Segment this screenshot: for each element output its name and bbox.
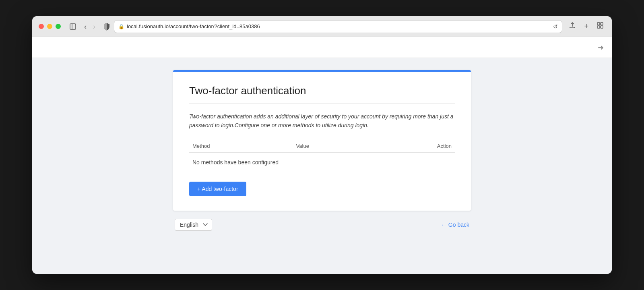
new-tab-icon[interactable]: + bbox=[582, 21, 590, 32]
share-icon[interactable] bbox=[567, 20, 578, 33]
card-body: Two-factor authentication Two-factor aut… bbox=[173, 72, 471, 211]
reload-icon[interactable]: ↺ bbox=[553, 23, 558, 30]
svg-rect-4 bbox=[597, 26, 600, 28]
two-factor-card: Two-factor authentication Two-factor aut… bbox=[173, 70, 471, 211]
footer: English French Spanish German ← Go back bbox=[173, 219, 471, 231]
address-bar-wrapper: 🔒 local.fusionauth.io/account/two-factor… bbox=[103, 20, 562, 33]
back-nav-button[interactable]: ‹ bbox=[82, 21, 89, 32]
svg-rect-0 bbox=[70, 24, 76, 29]
maximize-button[interactable] bbox=[56, 24, 61, 29]
svg-rect-3 bbox=[601, 23, 603, 25]
go-back-link[interactable]: ← Go back bbox=[441, 222, 469, 228]
svg-rect-2 bbox=[597, 23, 600, 25]
browser-content: ➜ Two-factor authentication Two-factor a… bbox=[32, 37, 612, 274]
logout-icon[interactable]: ➜ bbox=[598, 43, 604, 52]
card-divider bbox=[189, 104, 455, 104]
minimize-button[interactable] bbox=[47, 24, 52, 29]
toolbar-right: + bbox=[567, 20, 605, 33]
add-two-factor-button[interactable]: + Add two-factor bbox=[189, 182, 246, 196]
language-select[interactable]: English French Spanish German bbox=[175, 219, 212, 231]
svg-rect-5 bbox=[601, 26, 603, 28]
title-bar: ‹ › 🔒 local.fusionauth.io/account/two-fa… bbox=[32, 16, 612, 37]
col-value-header: Value bbox=[296, 143, 400, 149]
nav-buttons: ‹ › bbox=[82, 21, 98, 32]
traffic-lights bbox=[39, 24, 61, 29]
col-method-header: Method bbox=[192, 143, 296, 149]
col-action-header: Action bbox=[400, 143, 452, 149]
arrow-left-icon: ← bbox=[441, 222, 447, 228]
card-title: Two-factor authentication bbox=[189, 85, 455, 97]
browser-shield-icon bbox=[103, 23, 111, 31]
go-back-label: Go back bbox=[448, 222, 469, 228]
browser-window: ‹ › 🔒 local.fusionauth.io/account/two-fa… bbox=[32, 16, 612, 274]
lock-icon: 🔒 bbox=[118, 24, 124, 29]
forward-nav-button[interactable]: › bbox=[91, 21, 98, 32]
address-bar[interactable]: 🔒 local.fusionauth.io/account/two-factor… bbox=[114, 20, 562, 33]
url-text: local.fusionauth.io/account/two-factor/?… bbox=[127, 23, 551, 29]
tabs-icon[interactable] bbox=[595, 20, 605, 33]
top-strip: ➜ bbox=[32, 37, 612, 58]
main-content: Two-factor authentication Two-factor aut… bbox=[32, 58, 612, 274]
table-header: Method Value Action bbox=[189, 140, 455, 153]
close-button[interactable] bbox=[39, 24, 44, 29]
card-description: Two-factor authentication adds an additi… bbox=[189, 112, 455, 130]
sidebar-toggle-icon[interactable] bbox=[69, 23, 77, 31]
method-table: Method Value Action No methods have been… bbox=[189, 140, 455, 172]
table-empty-message: No methods have been configured bbox=[189, 153, 455, 172]
